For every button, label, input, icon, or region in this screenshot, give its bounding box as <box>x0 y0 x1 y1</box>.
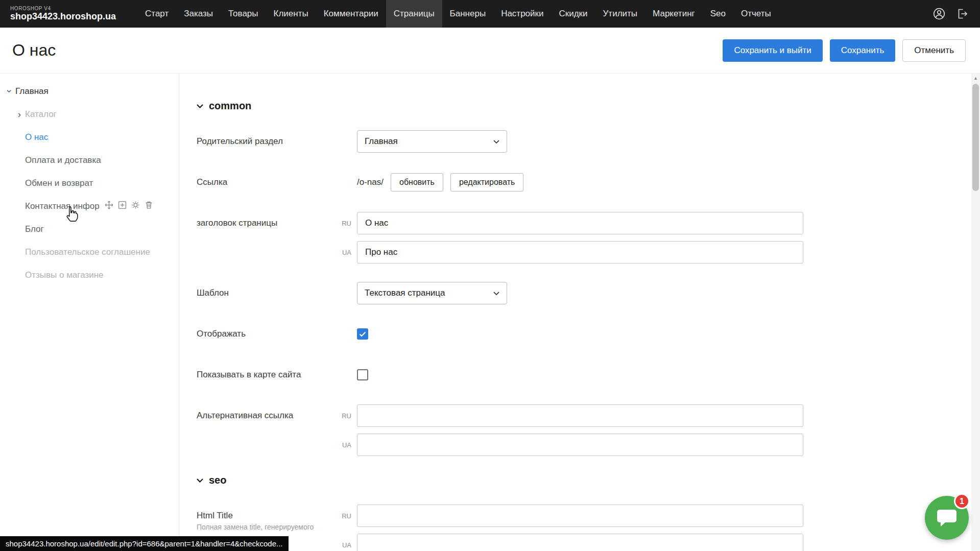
move-icon[interactable] <box>105 201 113 212</box>
menu-item-discounts[interactable]: Скидки <box>551 0 595 28</box>
add-page-icon[interactable] <box>118 201 127 212</box>
chevron-down-icon <box>493 292 499 295</box>
chevron-down-icon <box>197 478 203 483</box>
link-label: Ссылка <box>197 171 334 194</box>
chat-bubble-icon <box>936 508 958 528</box>
sidebar-item-contact-info[interactable]: Контактная инфор <box>0 195 179 218</box>
field-sitemap: Показывать в карте сайта <box>197 364 980 386</box>
cursor-hand-icon <box>64 205 80 224</box>
page-title-label: заголовок страницы <box>197 212 334 234</box>
menu-item-utilities[interactable]: Утилиты <box>595 0 646 28</box>
lang-tag-ru: RU <box>334 220 357 227</box>
menu-item-reports[interactable]: Отчеты <box>733 0 779 28</box>
brand-version: HOROSHOP V4 <box>10 6 116 12</box>
chevron-down-icon: › <box>5 86 15 97</box>
lang-tag-ua: UA <box>334 441 357 449</box>
menu-item-start[interactable]: Старт <box>137 0 176 28</box>
chat-widget-button[interactable]: 1 <box>925 496 969 540</box>
chevron-down-icon <box>197 104 203 108</box>
sidebar-item-label: Главная <box>15 86 49 97</box>
alt-link-ru-input[interactable] <box>357 404 803 427</box>
logout-icon[interactable] <box>957 8 969 20</box>
sitemap-checkbox[interactable] <box>357 369 368 380</box>
lang-tag-ru: RU <box>334 412 357 420</box>
brand[interactable]: HOROSHOP V4 shop34423.horoshop.ua <box>10 6 116 22</box>
menu-item-marketing[interactable]: Маркетинг <box>645 0 703 28</box>
menu-item-banners[interactable]: Баннеры <box>442 0 494 28</box>
menu-item-products[interactable]: Товары <box>221 0 266 28</box>
menu-item-orders[interactable]: Заказы <box>176 0 221 28</box>
menu-item-pages[interactable]: Страницы <box>386 0 442 28</box>
section-common[interactable]: common <box>197 100 980 112</box>
alt-link-ua-input[interactable] <box>357 434 803 456</box>
lang-tag-ua: UA <box>334 249 357 256</box>
link-path: /o-nas/ <box>357 177 384 187</box>
sidebar-item-label: Контактная инфор <box>25 201 100 211</box>
header-actions: Сохранить и выйти Сохранить Отменить <box>723 39 966 62</box>
scrollbar-thumb[interactable] <box>972 84 979 191</box>
cancel-button[interactable]: Отменить <box>902 39 966 62</box>
save-and-exit-button[interactable]: Сохранить и выйти <box>723 39 822 62</box>
sidebar-item-label: Блог <box>25 224 44 234</box>
alt-link-label: Альтернативная ссылка <box>197 404 334 427</box>
save-button[interactable]: Сохранить <box>830 39 895 62</box>
field-page-title: заголовок страницы RU UA <box>197 212 980 263</box>
sidebar-item-label: Пользовательское соглашение <box>25 247 150 257</box>
page-title-ua-input[interactable] <box>357 241 803 263</box>
vertical-scrollbar[interactable]: ▲ <box>971 74 980 551</box>
sidebar-item-catalog[interactable]: › Каталог <box>0 103 179 126</box>
app-root: HOROSHOP V4 shop34423.horoshop.ua Старт … <box>0 0 980 551</box>
menu-item-settings[interactable]: Настройки <box>493 0 551 28</box>
sidebar-item-label: Каталог <box>25 109 57 119</box>
status-url-tooltip: shop34423.horoshop.ua/edit/edit.php?id=6… <box>0 536 289 551</box>
sidebar-item-about[interactable]: О нас <box>0 126 179 149</box>
menu-item-seo[interactable]: Seo <box>703 0 733 28</box>
user-account-icon[interactable] <box>933 8 945 20</box>
template-select[interactable]: Текстовая страница <box>357 282 507 304</box>
chat-unread-badge: 1 <box>954 493 970 509</box>
lang-tag-ru: RU <box>334 512 357 520</box>
field-display: Отображать <box>197 323 980 345</box>
menu-item-comments[interactable]: Комментарии <box>316 0 386 28</box>
body-row: › Главная › Каталог О нас Оплата и доста… <box>0 74 980 551</box>
main-menu: Старт Заказы Товары Клиенты Комментарии … <box>137 0 933 28</box>
sidebar-item-label: О нас <box>25 132 48 142</box>
template-value: Текстовая страница <box>365 288 445 298</box>
field-template: Шаблон Текстовая страница <box>197 282 980 304</box>
link-refresh-button[interactable]: обновить <box>391 173 443 191</box>
check-icon <box>359 331 366 337</box>
gear-icon[interactable] <box>131 201 140 212</box>
display-label: Отображать <box>197 323 334 345</box>
field-link: Ссылка /o-nas/ обновить редактировать <box>197 171 980 194</box>
template-label: Шаблон <box>197 282 334 304</box>
display-checkbox[interactable] <box>357 328 368 340</box>
html-title-ua-input[interactable] <box>357 534 803 551</box>
section-seo[interactable]: seo <box>197 474 980 486</box>
sidebar-item-user-agreement[interactable]: Пользовательское соглашение <box>0 241 179 263</box>
page-title-ru-input[interactable] <box>357 212 803 234</box>
trash-icon[interactable] <box>145 201 153 212</box>
sidebar-item-blog[interactable]: Блог <box>0 218 179 241</box>
topbar-icons <box>933 8 969 20</box>
sidebar-item-exchange-return[interactable]: Обмен и возврат <box>0 172 179 195</box>
field-parent-section: Родительский раздел Главная <box>197 130 980 153</box>
section-seo-label: seo <box>209 474 226 486</box>
page-tree-sidebar: › Главная › Каталог О нас Оплата и доста… <box>0 74 179 551</box>
parent-section-value: Главная <box>365 136 398 147</box>
page-header: О нас Сохранить и выйти Сохранить Отмени… <box>0 28 980 74</box>
menu-item-clients[interactable]: Клиенты <box>266 0 316 28</box>
row-action-icons <box>105 201 153 212</box>
sidebar-item-label: Оплата и доставка <box>25 155 101 165</box>
parent-section-select[interactable]: Главная <box>357 130 507 153</box>
sidebar-item-store-reviews[interactable]: Отзывы о магазине <box>0 263 179 286</box>
sidebar-item-home[interactable]: › Главная <box>0 80 179 103</box>
lang-tag-ua: UA <box>334 541 357 549</box>
link-edit-button[interactable]: редактировать <box>450 173 523 191</box>
chevron-down-icon <box>493 140 499 143</box>
html-title-ru-input[interactable] <box>357 505 803 527</box>
page-title: О нас <box>12 41 56 60</box>
sidebar-item-payment-delivery[interactable]: Оплата и доставка <box>0 149 179 172</box>
topbar: HOROSHOP V4 shop34423.horoshop.ua Старт … <box>0 0 980 28</box>
scrollbar-up-arrow[interactable]: ▲ <box>971 74 980 83</box>
sitemap-label: Показывать в карте сайта <box>197 364 334 386</box>
